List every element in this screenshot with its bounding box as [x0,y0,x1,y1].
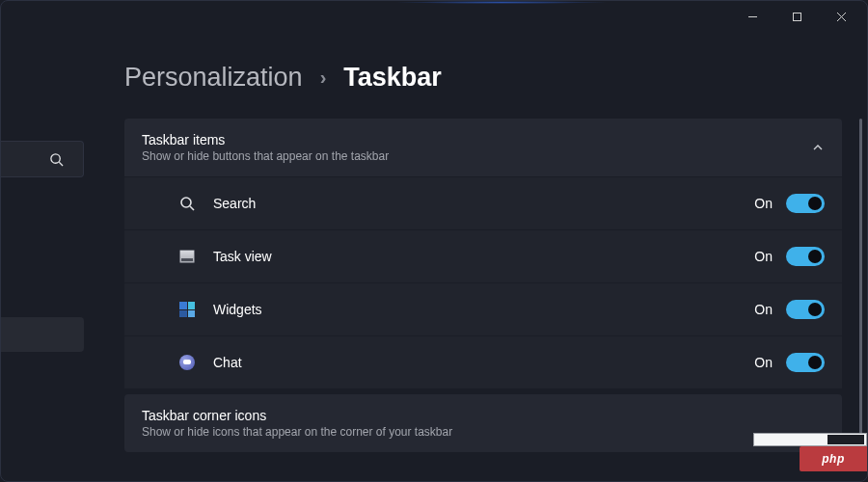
section-corner-icons[interactable]: Taskbar corner icons Show or hide icons … [124,394,842,452]
item-label: Widgets [213,302,262,317]
svg-rect-1 [793,13,800,20]
minimize-button[interactable] [730,2,774,31]
toggle-chat[interactable] [786,353,825,372]
toggle-search[interactable] [786,194,825,213]
svg-line-7 [190,206,194,210]
close-button[interactable] [819,2,863,31]
taskbar-item-search: Search On [124,177,842,229]
item-label: Search [213,196,256,211]
taskbar-item-chat: Chat On [124,336,842,388]
maximize-button[interactable] [774,2,819,31]
chevron-up-icon [811,141,825,154]
toggle-state-label: On [754,302,773,317]
taskbar-item-widgets: Widgets On [124,283,842,335]
window-accent [395,1,608,4]
svg-point-4 [51,153,60,162]
section-description: Show or hide icons that appear on the co… [142,425,452,439]
chevron-right-icon: › [320,67,327,89]
watermark-badge: php [800,446,867,471]
section-title: Taskbar corner icons [142,408,452,423]
taskbar-item-taskview: Task view On [124,230,842,282]
toggle-widgets[interactable] [786,300,825,319]
item-label: Chat [213,355,242,370]
section-header-text: Taskbar items Show or hide buttons that … [142,132,389,163]
sidebar-search-button[interactable] [1,141,84,177]
scrollbar[interactable] [859,119,862,437]
watermark-strip [753,433,867,446]
svg-point-6 [181,198,191,207]
widgets-icon [178,301,196,318]
settings-window: Personalization › Taskbar Taskbar items … [0,0,868,482]
taskview-icon [178,248,196,265]
content-area: Taskbar items Show or hide buttons that … [124,119,842,453]
toggle-state-label: On [754,196,773,211]
breadcrumb-parent[interactable]: Personalization [124,63,303,93]
sidebar-nav-item[interactable] [1,317,84,352]
toggle-state-label: On [754,355,773,370]
search-icon [178,195,196,212]
breadcrumb-current: Taskbar [343,63,442,93]
breadcrumb: Personalization › Taskbar [124,63,442,93]
titlebar [1,1,867,32]
svg-line-5 [59,162,63,166]
section-taskbar-items[interactable]: Taskbar items Show or hide buttons that … [124,119,842,176]
item-label: Task view [213,249,272,264]
section-title: Taskbar items [142,132,389,147]
chat-icon [178,354,196,371]
section-description: Show or hide buttons that appear on the … [142,149,389,163]
section-header-text: Taskbar corner icons Show or hide icons … [142,408,452,439]
toggle-state-label: On [754,249,773,264]
toggle-taskview[interactable] [786,247,825,266]
